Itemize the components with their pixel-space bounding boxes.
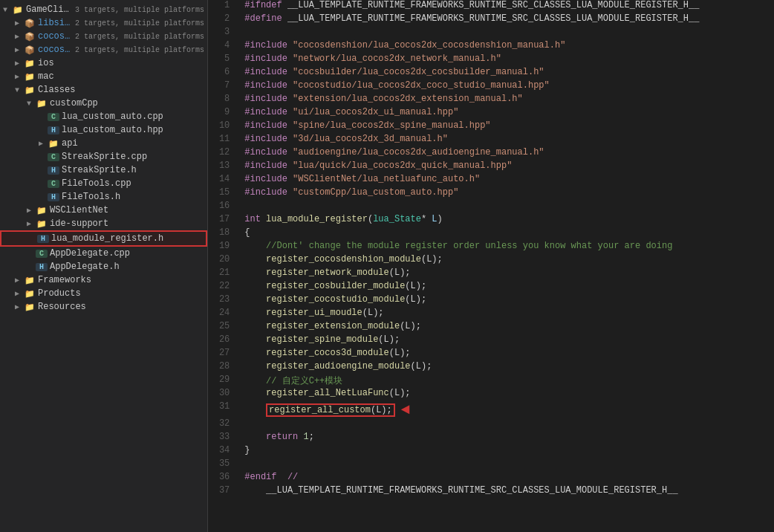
sidebar-item-libsimulator[interactable]: ▶📦libsimulator.xcodeproj2 targets, multi… — [0, 16, 207, 30]
line-number: 23 — [208, 294, 238, 308]
sidebar-item-classes[interactable]: ▼📁Classes — [0, 83, 207, 97]
folder-icon: 📁 — [36, 99, 48, 108]
tree-arrow: ▶ — [15, 45, 24, 54]
code-table: 1#ifndef __LUA_TEMPLATE_RUNTIME_FRAMEWOR… — [208, 0, 774, 499]
tree-item-label: customCpp — [50, 98, 98, 108]
sidebar-item-ide_support[interactable]: ▶📁ide-support — [0, 217, 207, 230]
sidebar-item-frameworks[interactable]: ▶📁Frameworks — [0, 273, 207, 287]
tree-item-label: StreakSprite.cpp — [62, 152, 147, 162]
tree-item-label: AppDelegate.h — [50, 262, 120, 272]
line-number: 24 — [208, 308, 238, 321]
sidebar-item-ios[interactable]: ▶📁ios — [0, 56, 207, 70]
line-code: #include "cocsbuilder/lua_cocos2dx_cocsb… — [238, 67, 774, 80]
tree-arrow: ▼ — [3, 6, 12, 14]
code-row: 1#ifndef __LUA_TEMPLATE_RUNTIME_FRAMEWOR… — [208, 0, 774, 13]
code-token: 1 — [304, 432, 309, 442]
tree-item-label: Products — [38, 288, 81, 299]
code-token: register_all_NetLuaFunc — [266, 388, 389, 398]
line-code: #include "cocostudio/lua_cocos2dx_coco_s… — [238, 80, 774, 94]
sidebar-item-resources[interactable]: ▶📁Resources — [0, 300, 207, 314]
line-number: 12 — [208, 147, 238, 160]
code-token — [244, 432, 266, 442]
code-token: register_cosbuilder_module — [266, 281, 405, 291]
line-code: register_ui_moudle(L); — [238, 308, 774, 321]
line-code: #include "network/lua_cocos2dx_network_m… — [238, 53, 774, 67]
sidebar-item-streaksprite_h[interactable]: HStreakSprite.h — [0, 163, 207, 177]
line-code: { — [238, 227, 774, 241]
line-code — [238, 27, 774, 40]
tree-item-sublabel: 2 targets, multiple platforms — [75, 46, 204, 54]
tree-item-label: StreakSprite.h — [62, 165, 137, 175]
code-row: 15#include "customCpp/lua_custom_auto.hp… — [208, 187, 774, 201]
sidebar-item-lua_custom_auto_cpp[interactable]: Clua_custom_auto.cpp — [0, 110, 207, 123]
line-number: 35 — [208, 458, 238, 472]
folder-icon: 📁 — [24, 289, 36, 299]
line-code: } — [238, 445, 774, 458]
line-number: 5 — [208, 53, 238, 67]
hpp-icon: H — [48, 193, 59, 201]
code-token: "3d/lua_cocos2dx_3d_manual.h" — [293, 134, 448, 144]
code-row: 24 register_ui_moudle(L); — [208, 308, 774, 321]
code-token: "WSClientNet/lua_netluafunc_auto.h" — [293, 174, 480, 184]
code-editor: 1#ifndef __LUA_TEMPLATE_RUNTIME_FRAMEWOR… — [208, 0, 774, 532]
sidebar-item-cocos2d_lua[interactable]: ▶📦cocos2d_lua_bindings.xcodeproj2 target… — [0, 30, 207, 43]
sidebar-item-customcpp[interactable]: ▼📁customCpp — [0, 97, 207, 110]
line-number: 29 — [208, 374, 238, 388]
code-token: (L); — [389, 388, 411, 398]
line-number: 28 — [208, 361, 238, 374]
tree-arrow: ▶ — [39, 139, 48, 148]
tree-item-label: FileTools.cpp — [62, 178, 131, 189]
line-code: #include "audioengine/lua_cocos2dx_audio… — [238, 147, 774, 160]
file-tree[interactable]: ▼📁GameClient3 targets, multiple platform… — [0, 0, 208, 532]
line-number: 22 — [208, 281, 238, 294]
sidebar-item-api[interactable]: ▶📁api — [0, 137, 207, 150]
code-row: 16 — [208, 201, 774, 214]
code-token: #include — [244, 120, 293, 131]
tree-item-label: lua_module_register.h — [51, 233, 163, 244]
line-number: 36 — [208, 472, 238, 485]
sidebar-item-lua_custom_auto_hpp[interactable]: Hlua_custom_auto.hpp — [0, 123, 207, 137]
xcodeproj-icon: 📦 — [24, 32, 36, 42]
folder-icon: 📁 — [24, 59, 36, 68]
tree-item-label: Frameworks — [38, 275, 91, 285]
sidebar-item-lua_module_register_h[interactable]: Hlua_module_register.h — [0, 230, 207, 247]
hpp-icon: H — [48, 126, 59, 134]
tree-arrow: ▶ — [15, 289, 24, 298]
line-code — [238, 201, 774, 214]
code-token: #include — [244, 160, 293, 171]
line-number: 8 — [208, 94, 238, 107]
sidebar-item-cocos2d_libs[interactable]: ▶📦cocos2d_libs.xcodeproj2 targets, multi… — [0, 43, 207, 56]
line-number: 37 — [208, 485, 238, 499]
sidebar-item-gameclient[interactable]: ▼📁GameClient3 targets, multiple platform… — [0, 3, 207, 16]
code-row: 21 register_network_module(L); — [208, 267, 774, 281]
sidebar-item-mac[interactable]: ▶📁mac — [0, 70, 207, 83]
code-token: (L); — [378, 334, 400, 345]
line-number: 10 — [208, 120, 238, 134]
tree-arrow: ▶ — [15, 32, 24, 41]
code-token: (L); — [389, 348, 411, 358]
code-token: #endif // — [244, 472, 298, 482]
code-row: 33 return 1; — [208, 432, 774, 445]
sidebar-item-products[interactable]: ▶📁Products — [0, 287, 207, 300]
sidebar-item-appdelegate_cpp[interactable]: CAppDelegate.cpp — [0, 247, 207, 260]
code-token: register_ui_moudle — [266, 308, 362, 318]
code-token: // 自定义C++模块 — [244, 376, 342, 386]
code-row: 27 register_cocos3d_module(L); — [208, 348, 774, 361]
sidebar-item-wsclientnet[interactable]: ▶📁WSClientNet — [0, 204, 207, 217]
sidebar-item-appdelegate_h[interactable]: HAppDelegate.h — [0, 260, 207, 273]
sidebar-item-filetools_h[interactable]: HFileTools.h — [0, 190, 207, 204]
highlighted-code-box: register_all_custom(L); — [266, 403, 395, 417]
line-code: #include "WSClientNet/lua_netluafunc_aut… — [238, 174, 774, 187]
code-token: (L); — [421, 254, 443, 265]
code-row: 28 register_audioengine_module(L); — [208, 361, 774, 374]
code-token: "cocsbuilder/lua_cocos2dx_cocsbuilder_ma… — [293, 67, 544, 77]
code-row: 22 register_cosbuilder_module(L); — [208, 281, 774, 294]
tree-item-label: AppDelegate.cpp — [50, 248, 130, 259]
line-code: register_all_NetLuaFunc(L); — [238, 388, 774, 401]
sidebar-item-streaksprite_cpp[interactable]: CStreakSprite.cpp — [0, 150, 207, 163]
sidebar-item-filetools_cpp[interactable]: CFileTools.cpp — [0, 177, 207, 190]
code-row: 2#define __LUA_TEMPLATE_RUNTIME_FRAMEWOR… — [208, 13, 774, 27]
tree-item-sublabel: 2 targets, multiple platforms — [75, 33, 204, 41]
cpp-icon: C — [48, 180, 59, 188]
line-code: register_all_custom(L);◄ — [238, 401, 774, 418]
